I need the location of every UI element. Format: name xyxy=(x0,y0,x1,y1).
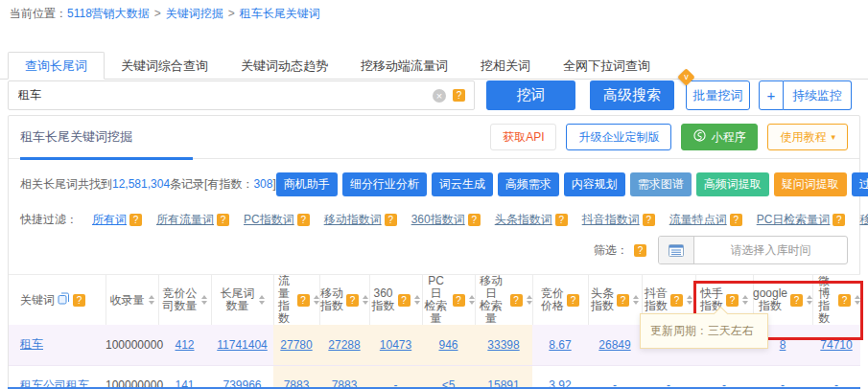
filter-all-traffic-words[interactable]: 所有流量词? xyxy=(156,212,229,228)
filter-pc-index-words[interactable]: PC指数词? xyxy=(244,212,310,228)
col-mobile-index[interactable]: 移动指数? xyxy=(319,275,369,326)
help-icon[interactable]: ? xyxy=(555,214,568,226)
help-icon[interactable]: ? xyxy=(567,294,579,307)
content-plan-button[interactable]: 内容规划 xyxy=(564,172,625,196)
tab-keyword-overview[interactable]: 关键词综合查询 xyxy=(105,53,224,79)
help-icon[interactable]: ? xyxy=(468,214,481,226)
sort-icon[interactable] xyxy=(807,295,812,305)
col-360-index[interactable]: 360指数? xyxy=(369,275,422,326)
clear-icon[interactable]: × xyxy=(433,89,446,103)
tab-mobile-traffic-words[interactable]: 挖移动端流量词 xyxy=(344,53,464,79)
industry-analysis-button[interactable]: 细分行业分析 xyxy=(342,172,427,196)
help-icon[interactable]: ? xyxy=(790,294,803,307)
help-icon[interactable]: ? xyxy=(833,214,845,226)
copy-icon[interactable] xyxy=(58,292,70,308)
breadcrumb-link-keyword-mining[interactable]: 关键词挖掘 xyxy=(166,7,223,20)
help-icon[interactable]: ? xyxy=(726,294,739,307)
col-collection-count[interactable]: 收录量 xyxy=(106,275,158,326)
cell-link[interactable]: 33398 xyxy=(487,338,519,352)
help-icon[interactable]: ? xyxy=(129,214,142,226)
help-icon[interactable]: ? xyxy=(385,214,397,226)
help-icon[interactable]: ? xyxy=(346,294,359,307)
date-picker[interactable]: 请选择入库时间 xyxy=(658,236,848,264)
breadcrumb-link-current[interactable]: 租车长尾关键词 xyxy=(240,7,320,20)
help-icon[interactable]: ? xyxy=(297,294,310,307)
col-toutiao-index[interactable]: 头条指数? xyxy=(588,275,642,326)
filter-all-words[interactable]: 所有词? xyxy=(92,212,142,228)
sort-icon[interactable] xyxy=(742,295,748,305)
help-icon[interactable]: ? xyxy=(217,214,229,226)
col-longtail-count[interactable]: 长尾词数量 xyxy=(211,275,273,326)
filter-pc-daily-search-words[interactable]: PC日检索量词? xyxy=(757,212,846,228)
help-icon[interactable]: ? xyxy=(670,294,683,307)
sort-icon[interactable] xyxy=(687,295,692,305)
tab-keyword-trend[interactable]: 关键词动态趋势 xyxy=(224,53,344,79)
keyword-link[interactable]: 租车 xyxy=(20,337,43,351)
filter-mobile-daily-search-words[interactable]: 移动日检索量词? xyxy=(859,212,868,228)
sort-icon[interactable] xyxy=(414,295,420,305)
continuous-monitor-button[interactable]: 持续监控 xyxy=(784,80,852,110)
upgrade-enterprise-button[interactable]: 升级企业定制版 xyxy=(566,124,671,150)
help-icon[interactable]: ? xyxy=(398,294,411,307)
filter-360-index-words[interactable]: 360指数词? xyxy=(411,212,481,228)
help-icon[interactable]: ? xyxy=(510,294,523,307)
tab-long-tail-query[interactable]: 查询长尾词 xyxy=(8,52,105,80)
col-keyword[interactable]: 关键词? xyxy=(9,275,106,326)
help-icon[interactable]: ? xyxy=(453,294,465,307)
help-icon[interactable]: ? xyxy=(838,294,851,307)
sort-icon[interactable] xyxy=(259,295,265,305)
col-pc-daily-search[interactable]: PC日检索量? xyxy=(422,275,475,326)
high-freq-words-extract-button[interactable]: 高频词提取 xyxy=(696,172,769,196)
get-api-button[interactable]: 获取API xyxy=(490,124,556,150)
cell-link[interactable]: 946 xyxy=(438,338,457,352)
sort-icon[interactable] xyxy=(469,295,475,305)
col-mobile-daily-search[interactable]: 移动日检索量? xyxy=(475,275,532,326)
high-freq-demand-button[interactable]: 高频需求 xyxy=(498,172,559,196)
col-traffic-index[interactable]: 流量指数? xyxy=(273,275,319,326)
sort-icon[interactable] xyxy=(201,295,207,305)
tab-dropdown-words[interactable]: 全网下拉词查询 xyxy=(547,53,667,79)
filter-help-icon[interactable]: ? xyxy=(634,244,646,257)
filter-mobile-index-words[interactable]: 移动指数词? xyxy=(324,212,397,228)
help-icon[interactable]: ? xyxy=(297,214,310,226)
demand-map-button[interactable]: 需求图谱 xyxy=(630,172,692,196)
cell-link[interactable]: 11741404 xyxy=(217,338,268,352)
sort-icon[interactable] xyxy=(363,295,368,305)
cell-link[interactable]: 8.67 xyxy=(549,338,571,352)
mini-program-button[interactable]: 小程序 xyxy=(681,124,758,150)
col-weibo-index[interactable]: 微博指数? xyxy=(812,275,860,326)
sort-icon[interactable] xyxy=(149,295,154,305)
breadcrumb-link-home[interactable]: 5118营销大数据 xyxy=(67,7,150,20)
advanced-search-button[interactable]: 高级搜索 xyxy=(590,80,674,110)
sort-icon[interactable] xyxy=(633,295,639,305)
filter-toutiao-index-words[interactable]: 头条指数词? xyxy=(495,212,568,228)
tutorial-button[interactable]: 使用教程 ▾ xyxy=(767,124,848,150)
cell-link[interactable]: 412 xyxy=(175,338,194,352)
sort-icon[interactable] xyxy=(855,295,860,305)
help-icon[interactable]: ? xyxy=(617,294,629,307)
filter-douyin-index-words[interactable]: 抖音指数词? xyxy=(582,212,655,228)
question-words-extract-button[interactable]: 疑问词提取 xyxy=(774,172,847,196)
cell-link[interactable]: 74710 xyxy=(820,338,852,352)
batch-dig-button[interactable]: 批量挖词 xyxy=(686,80,750,110)
filter-extract-button[interactable]: 过滤提取▾ xyxy=(852,172,868,196)
cell-link[interactable]: 26849 xyxy=(598,338,630,352)
cell-link[interactable]: 27288 xyxy=(328,338,360,352)
help-icon[interactable]: ? xyxy=(730,214,742,226)
search-input[interactable] xyxy=(9,89,433,103)
cell-link[interactable]: 10473 xyxy=(380,338,411,352)
dig-words-button[interactable]: 挖词 xyxy=(486,80,575,110)
filter-traffic-feature-words[interactable]: 流量特点词? xyxy=(669,212,742,228)
col-bid-price[interactable]: 竞价价格? xyxy=(532,275,588,326)
word-cloud-button[interactable]: 词云生成 xyxy=(432,172,493,196)
business-helper-button[interactable]: 商机助手 xyxy=(276,172,338,196)
col-bidding-companies[interactable]: 竞价公司数量 xyxy=(158,275,211,326)
cell-link[interactable]: 27780 xyxy=(280,338,312,352)
sort-icon[interactable] xyxy=(527,295,532,305)
sort-icon[interactable] xyxy=(314,295,319,305)
help-icon[interactable]: ? xyxy=(73,294,85,307)
help-icon[interactable]: ? xyxy=(643,214,655,226)
add-monitor-button[interactable]: + xyxy=(759,80,784,110)
cell-link[interactable]: 8 xyxy=(780,338,786,352)
search-help-icon[interactable]: ? xyxy=(453,89,465,102)
